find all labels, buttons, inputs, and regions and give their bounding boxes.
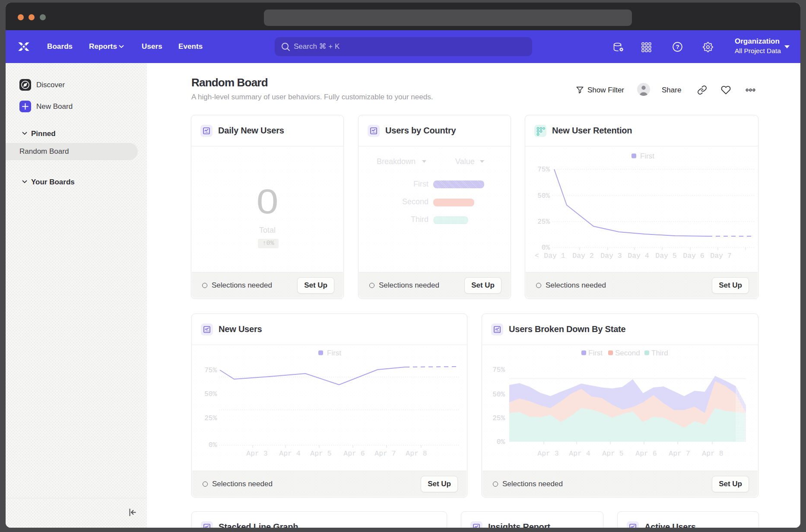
- svg-text:50%: 50%: [492, 391, 505, 399]
- svg-text:Apr 6: Apr 6: [635, 450, 657, 458]
- svg-text:50%: 50%: [537, 192, 550, 200]
- svg-text:First: First: [588, 349, 603, 357]
- svg-text:Apr 6: Apr 6: [343, 450, 365, 458]
- svg-text:Day 4: Day 4: [628, 252, 649, 260]
- svg-text:Apr 8: Apr 8: [406, 450, 427, 458]
- svg-text:Apr 7: Apr 7: [374, 450, 396, 458]
- svg-text:75%: 75%: [492, 366, 505, 374]
- svg-text:First: First: [327, 349, 341, 357]
- svg-text:?: ?: [676, 44, 679, 50]
- svg-text:Day 2: Day 2: [572, 252, 594, 260]
- svg-text:Apr 3: Apr 3: [537, 450, 559, 458]
- svg-text:Day 3: Day 3: [600, 252, 622, 260]
- svg-text:Apr 8: Apr 8: [702, 450, 723, 458]
- svg-text:Apr 5: Apr 5: [602, 450, 624, 458]
- svg-text:Second: Second: [615, 349, 640, 357]
- svg-text:Day 1: Day 1: [544, 252, 565, 260]
- svg-text:Day 5: Day 5: [655, 252, 677, 260]
- svg-text:Apr 5: Apr 5: [310, 450, 332, 458]
- svg-text:0%: 0%: [497, 438, 505, 446]
- svg-text:50%: 50%: [204, 390, 217, 398]
- svg-text:0%: 0%: [542, 244, 550, 252]
- svg-text:Day 7: Day 7: [710, 252, 732, 260]
- svg-text:0%: 0%: [209, 441, 217, 449]
- svg-text:<: <: [535, 252, 539, 260]
- svg-text:25%: 25%: [492, 415, 505, 422]
- svg-text:Apr 3: Apr 3: [246, 450, 268, 458]
- svg-text:75%: 75%: [537, 166, 550, 174]
- svg-text:25%: 25%: [537, 218, 550, 226]
- svg-text:First: First: [640, 152, 654, 160]
- svg-text:Apr 4: Apr 4: [569, 450, 590, 458]
- svg-text:25%: 25%: [204, 415, 217, 422]
- svg-text:75%: 75%: [204, 367, 217, 374]
- svg-text:Third: Third: [651, 349, 668, 357]
- svg-text:Day 6: Day 6: [683, 252, 704, 260]
- svg-text:Apr 7: Apr 7: [669, 450, 690, 458]
- svg-text:Apr 4: Apr 4: [279, 450, 301, 458]
